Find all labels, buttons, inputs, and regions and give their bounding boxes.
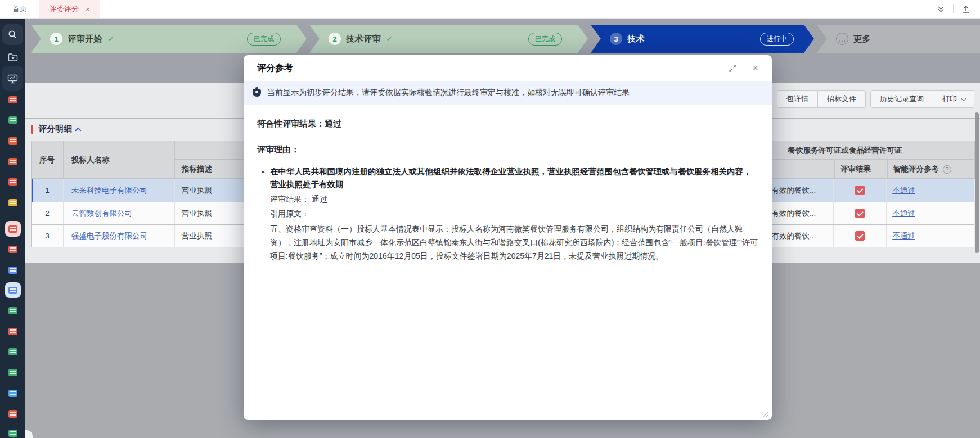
blue-cards-icon [8, 267, 17, 274]
sidebar-item-green-board-2[interactable] [0, 300, 25, 320]
compliance-result: 符合性评审结果：通过 [257, 117, 758, 131]
sidebar-item-green-board-5[interactable] [0, 423, 25, 438]
red-book-icon [8, 246, 17, 253]
panel-corner [25, 430, 33, 438]
check-icon: ✓ [386, 34, 393, 44]
red-screen-icon [8, 410, 17, 418]
assistant-icon [253, 89, 261, 97]
chevron-down-icon [961, 96, 966, 101]
header-bidder: 投标人名称 [64, 141, 175, 179]
package-detail-button[interactable]: 包详情 [777, 90, 818, 108]
sidebar-item-red-box-active[interactable] [0, 219, 25, 239]
scrollbar-thumb[interactable] [975, 112, 979, 253]
result-checkbox[interactable] [855, 209, 865, 218]
ai-score-link[interactable]: 不通过 [892, 186, 915, 196]
header-ai-score: 智能评分参考 ? [888, 160, 975, 179]
step-technical[interactable]: 3 技术 进行中 [591, 25, 814, 53]
bidder-link[interactable]: 强盛电子股份有限公司 [71, 231, 147, 241]
status-badge: 进行中 [760, 33, 794, 46]
tab-bar: 首页 评委评分 × [0, 0, 980, 19]
tab-judge-scoring[interactable]: 评委评分 × [39, 0, 100, 18]
bidder-link[interactable]: 云智数创有限公司 [71, 209, 132, 219]
step-label: 更多 [853, 34, 871, 44]
expand-icon[interactable] [728, 64, 738, 73]
tab-home[interactable]: 首页 [0, 0, 39, 18]
step-technical-review[interactable]: 2 技术评审 ✓ 已完成 [309, 25, 588, 53]
print-label: 打印 [942, 94, 957, 104]
reason-result: 评审结果： 通过 [270, 193, 758, 206]
step-more[interactable]: … 更多 [817, 25, 980, 53]
scoring-reference-dialog: 评分参考 × 当前显示为初步评分结果，请评委依据实际核验情况进行最终审定与核准，… [244, 55, 772, 420]
sidebar-item-blue-box-active[interactable] [0, 280, 25, 300]
sidebar-item-orange-screen-2[interactable] [0, 151, 25, 171]
app-window: 首页 评委评分 × [0, 0, 980, 438]
sidebar-item-blue-cards[interactable] [0, 260, 25, 280]
bidder-link[interactable]: 未来科技电子有限公司 [71, 186, 147, 196]
sidebar-item-monitor-chart[interactable] [0, 69, 25, 89]
history-query-button[interactable]: 历史记录查询 [870, 90, 933, 108]
review-reason-label: 评审理由： [257, 143, 758, 157]
sidebar [0, 19, 25, 438]
cell-seq: 1 [32, 179, 64, 202]
section-header: 评分明细 [31, 124, 82, 134]
sidebar-item-red-book-2[interactable] [0, 171, 25, 192]
sidebar-item-red-bucket[interactable] [0, 321, 25, 341]
sidebar-item-folder-star[interactable] [0, 47, 25, 67]
reason-item: 在中华人民共和国境内注册的独立法人或其他组织并依法取得企业营业执照，营业执照经营… [270, 165, 758, 263]
sidebar-item-blue-grid[interactable] [0, 383, 25, 403]
step-label: 评审开始 [68, 34, 102, 44]
collapse-section-icon[interactable] [75, 127, 81, 133]
collapse-tabs-icon[interactable] [936, 4, 946, 14]
tab-home-label: 首页 [12, 4, 27, 14]
tabbar-actions [936, 0, 980, 18]
green-board-icon [8, 369, 17, 376]
sidebar-item-red-book-3[interactable] [0, 239, 25, 259]
sidebar-item-yellow-cart[interactable] [0, 192, 25, 213]
toolbar-divider [953, 4, 954, 13]
ai-score-link[interactable]: 不通过 [892, 231, 915, 241]
close-icon[interactable]: × [752, 63, 758, 73]
status-badge: 已完成 [247, 33, 281, 46]
grid-icon [8, 390, 17, 397]
toolbar: 包详情 招标文件 历史记录查询 打印 [777, 90, 974, 108]
sidebar-item-orange-screen-1[interactable] [0, 130, 25, 151]
section-title: 评分明细 [38, 124, 72, 134]
sidebar-item-red-book-1[interactable] [0, 89, 25, 110]
result-checkbox[interactable] [855, 186, 865, 195]
print-button[interactable]: 打印 [933, 90, 974, 108]
sidebar-item-green-board-4[interactable] [0, 362, 25, 382]
status-badge: 已完成 [528, 33, 562, 46]
step-number: 1 [50, 33, 62, 45]
green-board-icon [8, 348, 17, 355]
red-box-icon [8, 225, 17, 233]
help-icon[interactable]: ? [943, 165, 951, 174]
upload-icon[interactable] [961, 4, 971, 14]
header-seq: 序号 [32, 141, 64, 179]
folder-star-icon [8, 53, 18, 62]
section-accent-bar [31, 125, 33, 134]
bid-file-button[interactable]: 招标文件 [818, 90, 866, 108]
step-review-start[interactable]: 1 评审开始 ✓ 已完成 [31, 25, 307, 53]
cell-seq: 3 [32, 225, 64, 247]
tab-judge-scoring-label: 评委评分 [50, 4, 79, 14]
ai-score-link[interactable]: 不通过 [892, 209, 915, 219]
red-book-icon [8, 96, 17, 103]
notice-text: 当前显示为初步评分结果，请评委依据实际核验情况进行最终审定与核准，如核对无误即可… [267, 88, 630, 98]
monitor-chart-icon [7, 74, 18, 84]
resize-handle[interactable] [761, 409, 769, 417]
tab-close-icon[interactable]: × [86, 5, 90, 13]
header-result: 评审结果 [835, 160, 888, 179]
sidebar-search-button[interactable] [2, 24, 23, 45]
green-board-icon [8, 307, 17, 314]
red-book-icon [8, 178, 17, 186]
blue-box-icon [8, 287, 17, 294]
notice-banner: 当前显示为初步评分结果，请评委依据实际核验情况进行最终审定与核准，如核对无误即可… [244, 81, 772, 105]
step-number: 2 [329, 33, 341, 45]
orange-screen-icon [8, 158, 17, 165]
sidebar-item-red-screen[interactable] [0, 404, 25, 424]
orange-screen-icon [8, 137, 17, 145]
result-checkbox[interactable] [855, 231, 865, 241]
sidebar-item-green-board-1[interactable] [0, 110, 25, 130]
sidebar-item-green-board-3[interactable] [0, 341, 25, 362]
step-label: 技术 [627, 34, 645, 44]
